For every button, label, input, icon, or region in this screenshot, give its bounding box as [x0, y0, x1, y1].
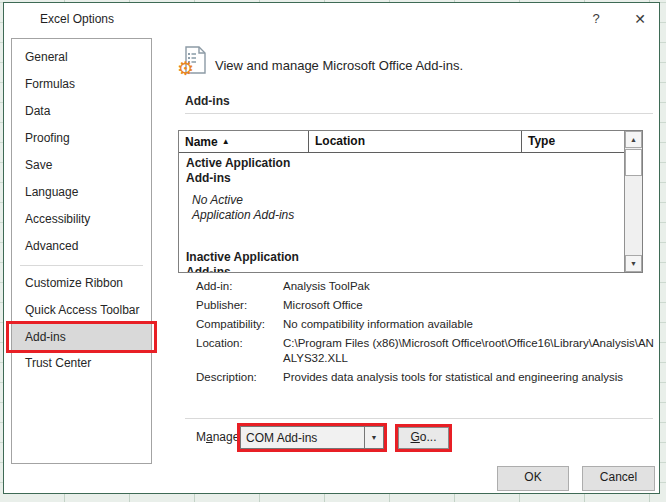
dropdown-arrow-icon[interactable]: ▼: [364, 427, 383, 448]
page-description: View and manage Microsoft Office Add-ins…: [215, 58, 463, 73]
category-list: General Formulas Data Proofing Save Lang…: [11, 38, 152, 464]
excel-worksheet-background: Excel Options ? ✕ General Formulas Data …: [0, 0, 666, 502]
column-name-label: Name: [185, 135, 218, 149]
sidebar-item-add-ins[interactable]: Add-ins: [12, 324, 151, 350]
detail-label-addin: Add-in:: [196, 279, 283, 294]
dialog-title: Excel Options: [40, 12, 114, 26]
table-scrollbar[interactable]: ▲ ▼: [624, 131, 642, 272]
scroll-down-icon: ▼: [630, 260, 637, 267]
scrollbar-track[interactable]: [625, 176, 642, 255]
gear-icon: ⚙: [177, 57, 194, 80]
sidebar-item-quick-access-toolbar[interactable]: Quick Access Toolbar: [12, 297, 151, 324]
sidebar-item-customize-ribbon[interactable]: Customize Ribbon: [12, 270, 151, 297]
sidebar-item-data[interactable]: Data: [12, 98, 151, 125]
group-title-inactive: Inactive Application Add-ins: [186, 250, 311, 272]
scrollbar-thumb[interactable]: [625, 149, 642, 176]
go-button-label: o...: [420, 430, 437, 444]
group-note-no-active: No Active Application Add-ins: [186, 193, 302, 223]
sidebar-item-save[interactable]: Save: [12, 152, 151, 179]
scroll-down-button[interactable]: ▼: [625, 255, 642, 272]
addins-table: Name▲ Location Type Active Application A…: [178, 130, 643, 273]
sidebar-item-formulas[interactable]: Formulas: [12, 71, 151, 98]
close-icon[interactable]: ✕: [629, 8, 651, 30]
go-button-accel: G: [410, 430, 419, 444]
scroll-up-button[interactable]: ▲: [625, 131, 642, 148]
ok-button[interactable]: OK: [497, 466, 569, 491]
sidebar-item-advanced[interactable]: Advanced: [12, 233, 151, 260]
addins-table-content: Name▲ Location Type Active Application A…: [179, 131, 624, 272]
column-header-name[interactable]: Name▲: [179, 131, 309, 152]
manage-dropdown-value: COM Add-ins: [241, 431, 364, 445]
table-body: Active Application Add-ins No Active App…: [179, 153, 624, 272]
scroll-up-icon: ▲: [630, 136, 637, 143]
detail-value-compatibility: No compatibility information available: [283, 317, 658, 332]
addins-document-gear-icon: ⚙: [180, 45, 208, 79]
detail-value-location: C:\Program Files (x86)\Microsoft Office\…: [283, 336, 658, 366]
section-separator: [185, 113, 653, 114]
manage-dropdown[interactable]: COM Add-ins ▼: [240, 426, 384, 449]
help-icon[interactable]: ?: [585, 8, 607, 30]
manage-separator: [185, 418, 653, 419]
sidebar-item-add-ins-label: Add-ins: [25, 330, 66, 344]
addin-details: Add-in: Analysis ToolPak Publisher: Micr…: [196, 279, 658, 385]
cancel-button[interactable]: Cancel: [582, 466, 655, 491]
sidebar-separator: [20, 265, 143, 266]
addins-section-heading: Add-ins: [185, 94, 230, 108]
manage-label-accel: a: [206, 430, 213, 444]
go-button[interactable]: Go...: [398, 427, 449, 449]
sidebar-item-general[interactable]: General: [12, 44, 151, 71]
manage-label-part: M: [196, 430, 206, 444]
detail-label-description: Description:: [196, 370, 283, 385]
sidebar-item-language[interactable]: Language: [12, 179, 151, 206]
sort-ascending-icon: ▲: [222, 137, 230, 146]
dialog-titlebar: Excel Options ? ✕: [4, 3, 659, 37]
detail-label-publisher: Publisher:: [196, 298, 283, 313]
group-title-active: Active Application Add-ins: [186, 156, 311, 186]
detail-value-publisher: Microsoft Office: [283, 298, 658, 313]
table-header-row: Name▲ Location Type: [179, 131, 624, 153]
detail-value-description: Provides data analysis tools for statist…: [283, 370, 658, 385]
sidebar-item-accessibility[interactable]: Accessibility: [12, 206, 151, 233]
sidebar-item-trust-center[interactable]: Trust Center: [12, 350, 151, 377]
annotation-box-manage-dropdown: COM Add-ins ▼: [237, 423, 387, 452]
manage-label: Manage:: [196, 430, 243, 444]
column-header-location[interactable]: Location: [309, 131, 522, 152]
annotation-box-go-button: Go...: [395, 424, 452, 452]
column-header-type[interactable]: Type: [522, 131, 624, 152]
detail-label-location: Location:: [196, 336, 283, 366]
excel-options-dialog: Excel Options ? ✕ General Formulas Data …: [3, 2, 660, 494]
detail-value-addin: Analysis ToolPak: [283, 279, 658, 294]
sidebar-item-proofing[interactable]: Proofing: [12, 125, 151, 152]
detail-label-compatibility: Compatibility:: [196, 317, 283, 332]
